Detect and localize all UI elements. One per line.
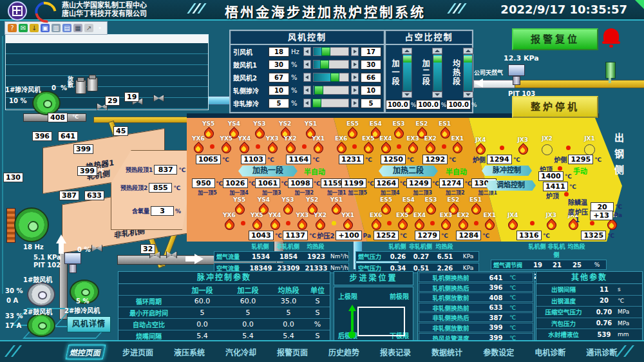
fan-setpoint-box[interactable]: 30 <box>361 60 381 70</box>
slider-down-arrow[interactable] <box>402 91 412 98</box>
vent-label: 放散 <box>66 76 75 88</box>
nav-tab[interactable]: 参数设定 <box>480 345 516 359</box>
fan1c-icon[interactable] <box>32 91 61 115</box>
furnace-stop-button[interactable]: 整炉停机 <box>512 96 598 118</box>
status-dot <box>526 325 532 330</box>
chart-icon[interactable]: ▥ <box>52 24 61 32</box>
alarm-reset-button[interactable]: 报警复位 <box>512 28 598 50</box>
nav-tab[interactable]: 液压系统 <box>171 345 207 359</box>
folder-icon[interactable]: ▣ <box>41 24 50 32</box>
blower1-pct: 30 % <box>5 287 23 294</box>
duty-value-box[interactable]: 100.0 <box>446 100 471 110</box>
fan-setpoint-box[interactable]: 66 <box>361 73 381 82</box>
slider-thumb[interactable] <box>433 56 442 62</box>
fan-slider[interactable] <box>313 86 349 95</box>
pulse-control-button[interactable]: 脉冲控制 <box>482 166 532 176</box>
fan-value-box[interactable]: 30 <box>269 60 289 70</box>
duty-slider[interactable] <box>402 48 412 98</box>
fan-value-box[interactable]: 10 <box>269 86 289 95</box>
export-icon[interactable]: ↗ <box>84 24 93 32</box>
slider-right-arrow[interactable] <box>351 60 359 69</box>
other-param-row: 汽包压力0.76MPa <box>536 318 642 330</box>
fan-value-box[interactable]: 18 <box>269 47 289 57</box>
nav-tab[interactable]: 汽化冷却 <box>223 345 259 359</box>
nav-tab[interactable]: 步进页面 <box>120 345 156 359</box>
heat1-zone-button[interactable]: 加热一段 <box>238 166 298 176</box>
fan-slider[interactable] <box>313 99 349 108</box>
blower1-icon[interactable] <box>27 282 55 307</box>
slider-right-arrow[interactable] <box>351 86 359 95</box>
burner: YX6 <box>192 135 205 154</box>
fan-value-box[interactable]: 67 <box>269 73 289 82</box>
slider-down-arrow[interactable] <box>432 91 442 98</box>
window-icon[interactable]: ▦ <box>73 24 82 32</box>
slider-down-arrow[interactable] <box>463 91 473 98</box>
slider-left-arrow[interactable] <box>303 73 311 82</box>
burner-label: ES2 <box>447 196 459 203</box>
slider-up-arrow[interactable] <box>432 48 442 54</box>
beam-direction-arrow <box>351 310 354 331</box>
burner-label: YX6 <box>223 212 236 218</box>
nav-tab[interactable]: 通讯诊断 <box>583 345 620 359</box>
heat2-zone-button[interactable]: 加热二段 <box>379 166 438 176</box>
duty-slider[interactable] <box>432 48 442 98</box>
duty-value-box[interactable]: 100.0 <box>416 100 440 110</box>
temp-strip: 炉侧1294℃炉侧1295℃ <box>473 155 601 164</box>
fan-setpoint-box[interactable]: 5 <box>361 99 381 108</box>
slider-thumb[interactable] <box>321 47 330 56</box>
fan-slider[interactable] <box>313 73 349 82</box>
status-dot <box>526 285 532 291</box>
slider-left-arrow[interactable] <box>303 60 311 69</box>
nav-tab[interactable]: 电机诊断 <box>532 345 568 359</box>
nav-tab[interactable]: 报表记录 <box>377 345 413 359</box>
slider-right-arrow[interactable] <box>351 99 359 108</box>
temp-label: 加一顶2 <box>294 189 314 196</box>
flow-row: 燃气流量153418541923Nm³/h <box>214 251 349 262</box>
slider-thumb[interactable] <box>403 56 412 62</box>
beam-title: 步进梁位置 <box>334 271 413 285</box>
temp-reading: 1252℃ <box>374 231 407 240</box>
help-icon[interactable]: ? <box>8 24 17 32</box>
nav-tab[interactable]: 燃控页面 <box>66 345 106 359</box>
burner-strip: YX6YX5YX4YX3YX2YX1 <box>192 135 325 154</box>
nav-tab[interactable]: 报警页面 <box>274 345 310 359</box>
fan-control-panel: 风机控制 引风机 18 Hz 17 鼓风机1 <box>229 30 385 113</box>
induced-draft-fan-icon[interactable] <box>14 207 49 242</box>
burner: YX5 <box>220 135 232 154</box>
download-icon[interactable]: ↓ <box>30 24 39 32</box>
lock-icon[interactable]: • <box>95 24 104 32</box>
fan-setpoint-box[interactable]: 10 <box>361 86 381 95</box>
burner-label: EX6 <box>335 135 347 142</box>
slider-thumb[interactable] <box>312 99 321 108</box>
fan-detail-button[interactable]: 风机详情 <box>67 316 111 332</box>
preheat-temp1-value: 837 <box>154 165 177 175</box>
burner-label: EX2 <box>424 135 437 142</box>
slider-left-arrow[interactable] <box>303 86 311 95</box>
slider-up-arrow[interactable] <box>463 48 473 54</box>
slider-right-arrow[interactable] <box>351 73 359 82</box>
blower2-icon[interactable] <box>27 314 55 337</box>
duty-value-box[interactable]: 100.0 <box>386 100 410 110</box>
slider-thumb[interactable] <box>330 73 339 82</box>
nav-tab[interactable]: 历史趋势 <box>326 345 362 359</box>
burner-label: YS1 <box>305 120 317 127</box>
slider-thumb[interactable] <box>320 60 329 69</box>
nav-tab[interactable]: 数据统计 <box>429 345 465 359</box>
slider-up-arrow[interactable] <box>402 48 412 54</box>
slider-right-arrow[interactable] <box>351 47 359 56</box>
mail-icon[interactable]: ✉ <box>19 24 28 32</box>
slider-thumb[interactable] <box>314 86 323 95</box>
fan-slider[interactable] <box>313 47 349 56</box>
fan-value-box[interactable]: 5 <box>269 99 289 108</box>
slider-left-arrow[interactable] <box>303 47 311 56</box>
report-icon[interactable]: ▤ <box>62 24 71 32</box>
preheat-temp2: 预热段顶2 855 ℃ <box>120 183 180 193</box>
fan-setpoint-box[interactable]: 17 <box>361 47 381 57</box>
fan-slider[interactable] <box>313 60 349 69</box>
slider-left-arrow[interactable] <box>303 99 311 108</box>
slider-thumb[interactable] <box>464 56 472 62</box>
flame-adjust-button[interactable]: 调焰控制 <box>486 180 536 191</box>
burner <box>241 221 245 225</box>
burner: EX6 <box>335 135 347 154</box>
duty-slider[interactable] <box>463 48 473 98</box>
